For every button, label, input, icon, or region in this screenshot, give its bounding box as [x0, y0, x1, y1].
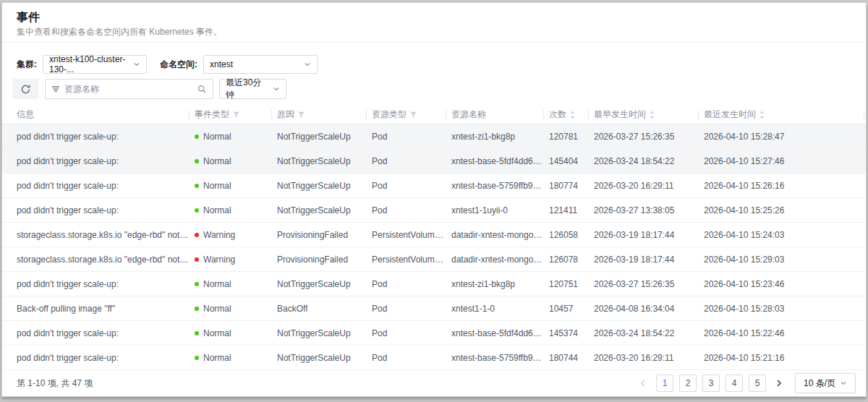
column-header-reason[interactable]: 原因: [271, 108, 366, 121]
cell-first-seen: 2026-03-24 18:54:22: [588, 156, 698, 166]
table-row[interactable]: Back-off pulling image "ff"NormalBackOff…: [2, 296, 866, 321]
cell-text: Normal: [203, 304, 231, 314]
normal-status-dot-icon: [195, 159, 199, 163]
page-button-5[interactable]: 5: [749, 375, 766, 392]
cell-first-seen: 2026-03-19 18:17:44: [588, 255, 698, 265]
cell-text: Back-off pulling image "ff": [17, 304, 115, 314]
normal-status-dot-icon: [195, 208, 199, 213]
table-row[interactable]: pod didn't trigger scale-up:NormalNotTri…: [2, 174, 866, 198]
refresh-button[interactable]: [12, 79, 39, 99]
page-button-3[interactable]: 3: [702, 375, 720, 392]
resource-name-search-input[interactable]: [64, 84, 197, 94]
cell-text: 180774: [549, 181, 578, 191]
page-button-1[interactable]: 1: [656, 375, 673, 392]
pagination: 12345 10 条/页: [636, 373, 856, 393]
cell-text: 2026-04-10 15:24:03: [704, 230, 784, 240]
cell-text: xntest-zi1-bkg8p: [451, 279, 515, 289]
namespace-select[interactable]: xntest: [203, 55, 318, 74]
sort-icon[interactable]: [649, 110, 655, 120]
cell-text: datadir-xntest-mongo-mong...: [451, 255, 543, 265]
cell-text: Normal: [203, 353, 231, 363]
page-size-select[interactable]: 10 条/页: [795, 373, 856, 393]
time-range-select[interactable]: 最近30分钟: [219, 79, 286, 99]
cell-resource-name: xntest-base-5759ffb956-5fpfv: [446, 353, 543, 363]
cell-text: Pod: [372, 328, 387, 338]
table-row[interactable]: pod didn't trigger scale-up:NormalNotTri…: [2, 346, 866, 370]
search-icon[interactable]: [197, 84, 207, 94]
page-buttons: 12345: [656, 375, 766, 392]
cell-first-seen: 2026-03-27 15:26:35: [588, 279, 698, 289]
table-row[interactable]: storageclass.storage.k8s.io "edge-rbd" n…: [2, 247, 866, 272]
sort-icon[interactable]: [759, 110, 765, 120]
cell-message: storageclass.storage.k8s.io "edge-rbd" n…: [17, 255, 189, 265]
cell-text: 2026-03-20 16:29:11: [594, 353, 674, 363]
cell-resource-name: xntest-base-5fdf4dd69b-b6q2p: [446, 328, 543, 338]
cell-resource-type: Pod: [366, 205, 446, 215]
cell-text: 121411: [549, 205, 577, 215]
table-row[interactable]: pod didn't trigger scale-up:NormalNotTri…: [2, 124, 866, 149]
cell-reason: NotTriggerScaleUp: [271, 353, 366, 363]
search-box: [45, 79, 213, 99]
filter-funnel-icon[interactable]: [409, 111, 417, 119]
column-header-first-seen[interactable]: 最早发生时间: [588, 108, 698, 121]
next-page-button[interactable]: [772, 375, 786, 392]
cluster-select[interactable]: xntest-k100-cluster-130-...: [43, 55, 147, 74]
cell-text: 120781: [549, 132, 578, 142]
cell-text: storageclass.storage.k8s.io "edge-rbd" n…: [17, 255, 189, 265]
page-button-2[interactable]: 2: [679, 375, 697, 392]
cell-resource-name: datadir-xntest-mongo-mong...: [446, 255, 543, 265]
cell-count: 180744: [543, 353, 588, 363]
cell-text: Normal: [203, 279, 231, 289]
table-row[interactable]: pod didn't trigger scale-up:NormalNotTri…: [2, 149, 866, 174]
page-size-value: 10 条/页: [804, 377, 835, 390]
cell-text: xntest-base-5759ffb956-5fpfv: [451, 353, 543, 363]
cell-type: Warning: [189, 255, 271, 265]
cell-last-seen: 2026-04-10 15:26:16: [698, 181, 864, 191]
filter-funnel-icon[interactable]: [297, 111, 305, 119]
cell-resource-type: Pod: [366, 181, 446, 191]
cell-text: pod didn't trigger scale-up:: [17, 353, 119, 363]
table-row[interactable]: storageclass.storage.k8s.io "edge-rbd" n…: [2, 223, 866, 247]
cell-text: Warning: [203, 255, 235, 265]
refresh-icon: [20, 84, 31, 95]
cell-text: ProvisioningFailed: [277, 230, 348, 240]
cell-text: xntest1-1uyii-0: [451, 205, 508, 215]
chevron-down-icon: [273, 85, 280, 93]
cell-resource-type: Pod: [366, 353, 446, 363]
column-header-count[interactable]: 次数: [543, 108, 588, 121]
page-button-4[interactable]: 4: [726, 375, 743, 392]
cell-text: Pod: [372, 181, 387, 191]
cell-resource-type: PersistentVolumeClaim: [366, 230, 446, 240]
cell-message: pod didn't trigger scale-up:: [17, 279, 189, 289]
column-header-last-seen[interactable]: 最近发生时间: [698, 108, 864, 121]
warning-status-dot-icon: [195, 257, 199, 262]
cell-text: 2026-03-24 18:54:22: [594, 156, 674, 166]
previous-page-button[interactable]: [636, 375, 650, 392]
filter-funnel-icon[interactable]: [232, 111, 240, 119]
cell-text: 2026-03-27 15:26:35: [594, 132, 674, 142]
chevron-down-icon: [133, 61, 140, 68]
column-header-event-type[interactable]: 事件类型: [189, 108, 271, 121]
cell-text: xntest-zi1-bkg8p: [451, 132, 515, 142]
sort-icon[interactable]: [569, 110, 576, 120]
table-row[interactable]: pod didn't trigger scale-up:NormalNotTri…: [2, 198, 866, 223]
cell-text: ProvisioningFailed: [277, 255, 348, 265]
cell-resource-name: xntest-base-5fdf4dd69b-b6q2p: [446, 156, 543, 166]
cell-resource-name: xntest1-1uyii-0: [446, 205, 543, 215]
cell-text: Pod: [372, 132, 387, 142]
cell-type: Warning: [189, 230, 271, 240]
table-row[interactable]: pod didn't trigger scale-up:NormalNotTri…: [2, 272, 866, 296]
table-row[interactable]: pod didn't trigger scale-up:NormalNotTri…: [2, 321, 866, 346]
column-label: 原因: [277, 108, 294, 121]
cell-count: 121411: [543, 205, 588, 215]
cell-text: Normal: [203, 181, 231, 191]
normal-status-dot-icon: [195, 282, 199, 286]
cell-resource-type: Pod: [366, 132, 446, 142]
cell-last-seen: 2026-04-10 15:23:46: [698, 279, 864, 289]
cell-last-seen: 2026-04-10 15:25:26: [698, 205, 864, 215]
cell-last-seen: 2026-04-10 15:28:03: [698, 304, 864, 314]
column-header-resource-type[interactable]: 资源类型: [366, 108, 446, 121]
cell-text: 2026-04-10 15:29:03: [704, 255, 784, 265]
cell-resource-type: Pod: [366, 304, 446, 314]
cell-reason: BackOff: [271, 304, 366, 314]
